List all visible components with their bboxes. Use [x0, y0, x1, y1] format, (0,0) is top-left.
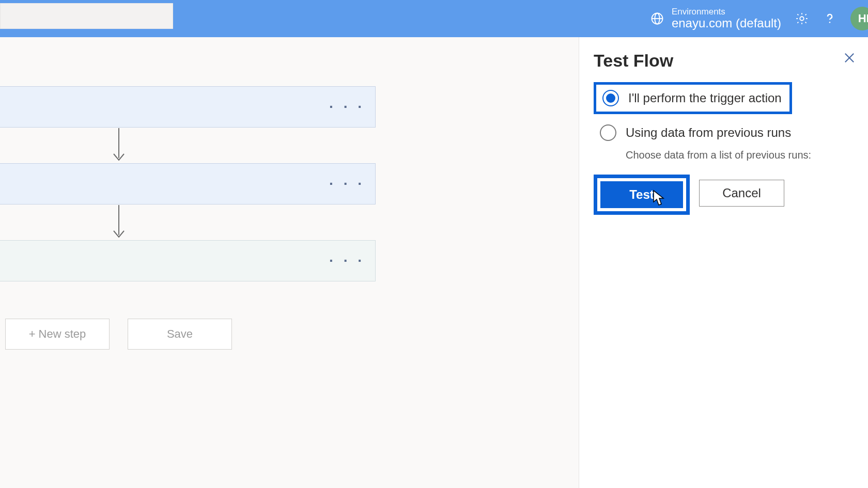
svg-point-2 [800, 17, 803, 20]
save-button[interactable]: Save [128, 319, 232, 350]
option-label: Using data from previous runs [626, 125, 791, 140]
option-previous-runs[interactable]: Using data from previous runs [594, 119, 854, 146]
radio-icon [602, 90, 619, 106]
flow-card[interactable]: · · · [0, 240, 376, 281]
option-label: I'll perform the trigger action [628, 91, 782, 105]
panel-title: Test Flow [594, 51, 854, 71]
flow-card[interactable]: · · · [0, 163, 376, 204]
new-step-button[interactable]: + New step [5, 319, 110, 350]
highlight-box: Test [594, 175, 690, 215]
environment-picker[interactable]: Environments enayu.com (default) [650, 7, 781, 30]
gear-icon[interactable] [795, 11, 809, 26]
svg-point-3 [829, 22, 831, 23]
avatar-initials: HL [858, 12, 868, 25]
app-header: Environments enayu.com (default) HL [0, 0, 868, 37]
panel-button-row: Test Cancel [594, 175, 854, 215]
radio-icon [600, 124, 616, 141]
avatar[interactable]: HL [850, 7, 868, 30]
canvas-action-row: + New step Save [5, 319, 232, 350]
flow-canvas: · · · · · · · · · + New step Save [0, 37, 568, 488]
test-flow-panel: Test Flow I'll perform the trigger actio… [579, 37, 868, 488]
globe-icon [650, 11, 664, 26]
option-perform-trigger[interactable]: I'll perform the trigger action [594, 82, 792, 114]
environment-name: enayu.com (default) [672, 17, 781, 30]
test-button[interactable]: Test [600, 181, 683, 208]
flow-card[interactable]: · · · [0, 86, 376, 128]
environments-label: Environments [672, 7, 781, 17]
close-icon[interactable] [842, 51, 857, 65]
header-right-cluster: Environments enayu.com (default) HL [650, 0, 868, 37]
option-sub-label: Choose data from a list of previous runs… [626, 149, 854, 161]
arrow-down-icon [111, 128, 127, 164]
arrow-down-icon [111, 205, 127, 241]
cancel-button[interactable]: Cancel [699, 180, 784, 207]
search-input[interactable] [0, 3, 173, 29]
help-icon[interactable] [823, 11, 837, 26]
